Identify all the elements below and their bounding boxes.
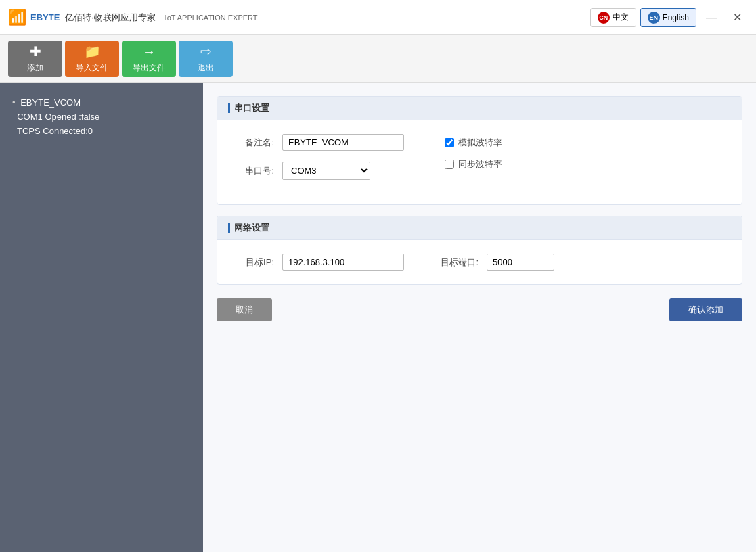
- app-logo: 📶 EBYTE 亿佰特·物联网应用专家 IoT APPLICATION EXPE…: [8, 9, 258, 26]
- alias-row: 备注名:: [234, 134, 404, 151]
- target-port-label: 目标端口:: [431, 256, 479, 269]
- minimize-button[interactable]: —: [701, 7, 722, 28]
- serial-section-body: 备注名: 串口号: COM3 COM1 COM2 COM4 COM5: [217, 120, 742, 204]
- dot-icon: •: [12, 97, 16, 108]
- com-status: COM1 Opened :false: [17, 112, 99, 122]
- sync-baud-checkbox[interactable]: [445, 160, 454, 169]
- port-row: 串口号: COM3 COM1 COM2 COM4 COM5: [234, 162, 404, 180]
- import-button[interactable]: 📁 导入文件: [65, 41, 119, 77]
- titlebar: 📶 EBYTE 亿佰特·物联网应用专家 IoT APPLICATION EXPE…: [0, 0, 756, 35]
- lang-en-button[interactable]: EN English: [640, 8, 696, 27]
- cancel-button[interactable]: 取消: [217, 298, 272, 321]
- cn-label: 中文: [613, 12, 629, 23]
- section-bar-icon: [228, 104, 230, 113]
- serial-section: 串口设置 备注名: 串口号: COM3: [217, 96, 742, 205]
- device-name: EBYTE_VCOM: [20, 97, 81, 108]
- alias-input[interactable]: [282, 134, 404, 151]
- exit-label: 退出: [198, 62, 214, 74]
- sidebar-device-item[interactable]: • EBYTE_VCOM COM1 Opened :false TCPS Con…: [8, 91, 195, 143]
- target-ip-input[interactable]: [282, 254, 404, 271]
- en-label: English: [663, 13, 689, 22]
- sync-baud-label: 同步波特率: [458, 158, 502, 170]
- target-ip-row: 目标IP:: [234, 254, 404, 271]
- import-label: 导入文件: [76, 62, 108, 74]
- en-circle: EN: [648, 12, 660, 24]
- simulate-baud-row: 模拟波特率: [445, 137, 502, 149]
- toolbar: ✚ 添加 📁 导入文件 → 导出文件 ⇨ 退出: [0, 35, 756, 83]
- export-button[interactable]: → 导出文件: [122, 41, 176, 77]
- app-subtitle: IoT APPLICATION EXPERT: [165, 14, 258, 22]
- cn-circle: CN: [598, 12, 610, 24]
- exit-icon: ⇨: [200, 43, 212, 60]
- network-section: 网络设置 目标IP: 目标端口:: [217, 216, 742, 285]
- logo-icon: 📶: [8, 9, 26, 26]
- network-section-title: 网络设置: [234, 222, 269, 234]
- app-title-text: 亿佰特·物联网应用专家: [65, 12, 156, 22]
- titlebar-left: 📶 EBYTE 亿佰特·物联网应用专家 IoT APPLICATION EXPE…: [8, 9, 258, 26]
- exit-button[interactable]: ⇨ 退出: [179, 41, 233, 77]
- target-port-input[interactable]: [487, 254, 554, 271]
- target-port-row: 目标端口:: [431, 254, 554, 271]
- simulate-baud-label: 模拟波特率: [458, 137, 502, 149]
- sidebar: • EBYTE_VCOM COM1 Opened :false TCPS Con…: [0, 83, 203, 552]
- serial-section-header: 串口设置: [217, 97, 742, 120]
- export-icon: →: [142, 44, 156, 60]
- close-button[interactable]: ✕: [726, 7, 748, 28]
- app-name: EBYTE 亿佰特·物联网应用专家: [30, 12, 156, 24]
- main-area: • EBYTE_VCOM COM1 Opened :false TCPS Con…: [0, 83, 756, 552]
- confirm-button[interactable]: 确认添加: [669, 298, 742, 321]
- content-area: 串口设置 备注名: 串口号: COM3: [203, 83, 756, 552]
- logo-text: EBYTE: [30, 12, 60, 22]
- network-section-body: 目标IP: 目标端口:: [217, 240, 742, 284]
- port-label: 串口号:: [234, 165, 274, 177]
- titlebar-right: CN 中文 EN English — ✕: [590, 7, 748, 28]
- export-label: 导出文件: [133, 62, 165, 74]
- lang-cn-button[interactable]: CN 中文: [590, 8, 636, 27]
- port-select[interactable]: COM3 COM1 COM2 COM4 COM5: [282, 162, 370, 180]
- footer-row: 取消 确认添加: [217, 298, 742, 321]
- target-ip-label: 目标IP:: [234, 256, 274, 269]
- section-bar-icon2: [228, 223, 230, 233]
- add-button[interactable]: ✚ 添加: [8, 41, 62, 77]
- alias-label: 备注名:: [234, 137, 274, 149]
- serial-section-title: 串口设置: [234, 102, 269, 114]
- add-icon: ✚: [30, 43, 41, 60]
- simulate-baud-checkbox[interactable]: [445, 138, 454, 147]
- tcps-status: TCPS Connected:0: [17, 126, 93, 136]
- import-icon: 📁: [84, 43, 101, 60]
- add-label: 添加: [27, 62, 43, 74]
- network-section-header: 网络设置: [217, 216, 742, 240]
- sync-baud-row: 同步波特率: [445, 158, 502, 170]
